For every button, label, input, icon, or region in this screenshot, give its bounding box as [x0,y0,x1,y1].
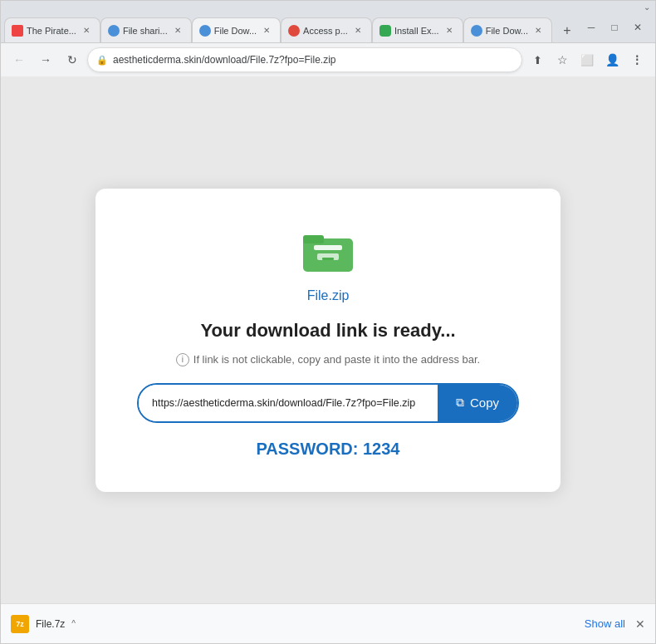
tab-file-down2[interactable]: File Dow... ✕ [463,17,552,42]
download-chevron-icon[interactable]: ^ [71,619,76,628]
tab-close-file-down2[interactable]: ✕ [531,24,545,37]
tab-pirate[interactable]: The Pirate... ✕ [4,17,100,42]
tab-favicon-install [379,25,391,37]
file-zip-icon [299,222,357,280]
copy-icon: ⧉ [456,396,464,410]
share-icon[interactable]: ⬆ [526,48,549,71]
tab-label-file-down: File Dow... [214,26,257,36]
info-icon: i [176,353,189,366]
tab-favicon-file-down2 [471,25,482,37]
bookmark-icon[interactable]: ☆ [551,48,574,71]
address-text: aestheticderma.skin/download/File.7z?fpo… [113,54,513,66]
back-button[interactable]: ← [7,48,31,71]
download-card: File.zip Your download link is ready... … [95,189,561,492]
tab-favicon-access [288,25,300,37]
url-copy-row: ⧉ Copy [137,383,519,423]
toolbar-right: ⬆ ☆ ⬜ 👤 ⋮ [526,48,649,71]
extensions-icon[interactable]: ⬜ [575,48,599,71]
tab-favicon-file-share [108,25,120,37]
info-text-row: i If link is not clickable, copy and pas… [176,353,480,366]
close-download-bar-button[interactable]: ✕ [635,617,645,631]
tab-favicon-file-down [199,25,211,37]
svg-rect-1 [303,235,324,243]
forward-button[interactable]: → [34,48,57,71]
browser-frame: ⌄ The Pirate... ✕ File shari... ✕ File D… [0,0,656,644]
tab-access[interactable]: Access p... ✕ [281,17,372,42]
toolbar: ← → ↻ 🔒 aestheticderma.skin/download/Fil… [1,43,655,76]
download-file-icon: 7z [11,615,29,633]
tab-favicon-pirate [12,25,23,37]
info-text-content: If link is not clickable, copy and paste… [193,353,480,366]
tab-close-install[interactable]: ✕ [443,24,456,37]
page-content: pcrisk.com File.zip Your [1,76,655,603]
title-bar: The Pirate... ✕ File shari... ✕ File Dow… [1,12,655,42]
password-label: PASSWORD: 1234 [256,440,399,459]
tab-file-share[interactable]: File shari... ✕ [100,17,192,42]
download-bar: 7z File.7z ^ Show all ✕ [1,603,655,643]
profile-icon[interactable]: 👤 [600,48,624,71]
tab-label-pirate: The Pirate... [27,26,76,36]
download-bar-right: Show all ✕ [585,617,645,631]
tab-file-down-active[interactable]: File Dow... ✕ [192,17,281,42]
address-bar[interactable]: 🔒 aestheticderma.skin/download/File.7z?f… [87,47,522,72]
tab-label-install: Install Ex... [394,26,439,36]
tab-install[interactable]: Install Ex... ✕ [372,17,463,42]
tab-label-file-share: File shari... [123,26,168,36]
tab-close-access[interactable]: ✕ [351,24,365,37]
tabs-area: The Pirate... ✕ File shari... ✕ File Dow… [4,12,580,42]
copy-button[interactable]: ⧉ Copy [438,385,517,421]
url-input[interactable] [139,385,438,421]
chevron-down-icon[interactable]: ⌄ [644,2,650,12]
download-item: 7z File.7z ^ [11,615,76,633]
show-all-button[interactable]: Show all [585,617,625,630]
file-icon-container [299,222,357,280]
menu-icon[interactable]: ⋮ [625,48,649,71]
tab-label-access: Access p... [303,26,348,36]
copy-button-label: Copy [470,396,499,410]
svg-rect-2 [314,245,342,250]
tab-close-file-share[interactable]: ✕ [171,24,184,37]
tab-close-pirate[interactable]: ✕ [80,24,93,37]
download-title: Your download link is ready... [200,320,455,342]
window-controls: ─ □ ✕ [580,17,652,38]
maximize-button[interactable]: □ [604,17,625,38]
close-button[interactable]: ✕ [627,17,649,38]
svg-rect-4 [322,258,334,260]
lock-icon: 🔒 [96,55,108,66]
minimize-button[interactable]: ─ [580,17,602,38]
download-file-name: File.7z [36,618,65,630]
chrome-top-bar: ⌄ [1,1,655,12]
file-name-label: File.zip [307,288,350,303]
new-tab-button[interactable]: + [556,19,579,42]
tab-label-file-down2: File Dow... [486,26,528,36]
tab-close-file-down[interactable]: ✕ [260,24,273,37]
reload-button[interactable]: ↻ [61,48,84,71]
